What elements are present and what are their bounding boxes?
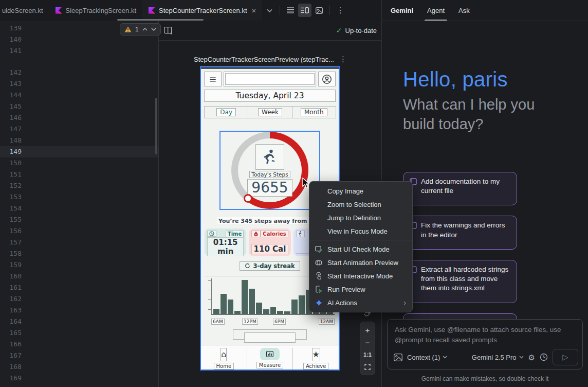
inspection-widget[interactable]: 1: [120, 23, 161, 36]
send-button[interactable]: ▷: [553, 349, 578, 365]
chart-bar: [277, 311, 283, 314]
prompt-toolbar: Context (1) Gemini 2.5 Pro ⚙ ▷: [394, 349, 578, 365]
zoom-out-button[interactable]: −: [360, 336, 375, 348]
code-text: text = string: [30, 293, 158, 305]
account-icon: [318, 72, 336, 86]
settings-gear-icon[interactable]: ⚙: [528, 354, 535, 361]
code-line: 154 StepCountCircular: [0, 203, 158, 214]
suggestion-extract-strings[interactable]: Extract all hardcoded strings from this …: [403, 260, 517, 303]
nav-label: Measure: [256, 362, 284, 368]
next-issue-chevron-down-icon[interactable]: [151, 28, 156, 31]
code-line: 168 fontWeigh: [0, 361, 158, 373]
hamburger-icon: ≡: [209, 74, 216, 84]
nav-home: ⌂ Home: [201, 348, 247, 370]
suggestion-fix-warnings[interactable]: Fix the warnings and errors in the edito…: [403, 216, 517, 249]
context-selector[interactable]: Context (1): [407, 354, 447, 361]
streak-badge: 3-day streak: [240, 261, 300, 271]
code-line: 141 */: [0, 45, 158, 57]
code-text: formatArg: [30, 316, 158, 327]
code-view-icon[interactable]: [284, 4, 297, 17]
card-label: Calories: [261, 231, 288, 237]
code-line: 146 ) {: [0, 112, 158, 124]
preview-sync-status: ✓ Up-to-date: [336, 26, 377, 34]
preview-options-kebab-icon[interactable]: ⋮: [339, 55, 347, 64]
streak-label: 3-day streak: [253, 262, 295, 270]
chart-bar: [220, 294, 227, 314]
step-progress-ring: Today's Steps 9655: [231, 132, 308, 209]
attach-image-icon[interactable]: [394, 354, 402, 361]
line-number: 139: [0, 23, 30, 34]
zoom-to-fit-icon[interactable]: [360, 361, 375, 373]
tab-guidescreen[interactable]: uideScreen.kt: [0, 0, 49, 21]
line-number: 145: [0, 101, 30, 112]
gemini-prompt-box[interactable]: Ask Gemini, use @filename to attach sour…: [387, 319, 583, 370]
split-view-icon[interactable]: [298, 4, 311, 17]
code-text: modifier: Modifier = Modi: [30, 101, 158, 112]
streak-refresh-icon: [245, 263, 250, 269]
tab-list-chevron-down-icon[interactable]: [263, 4, 276, 17]
nav-label: Achieve: [303, 363, 329, 370]
line-number: 166: [0, 339, 30, 350]
previous-issue-chevron-up-icon[interactable]: [142, 28, 148, 31]
code-line: 167 color = M: [0, 350, 158, 361]
menu-item-run-preview[interactable]: Run Preview: [309, 283, 412, 296]
ai-sparkle-icon: [315, 299, 323, 307]
history-clock-icon[interactable]: [540, 353, 548, 361]
code-line: 145 modifier: Modifier = Modi: [0, 101, 158, 112]
more-options-kebab-icon[interactable]: ⋮: [334, 4, 347, 17]
card-value: 110 Cal: [251, 244, 288, 254]
editor-layout-icon[interactable]: [164, 27, 173, 34]
tab-sleeptrackingscreen[interactable]: SleepTrackingScreen.kt: [49, 0, 143, 21]
design-view-icon[interactable]: [313, 4, 326, 17]
zoom-actual-size-button[interactable]: 1:1: [360, 348, 375, 361]
menu-item-ai-actions[interactable]: AI Actions ›: [309, 296, 412, 309]
line-number: 168: [0, 361, 30, 373]
tab-stepcountertrackerscreen[interactable]: StepCounterTrackerScreen.kt ×: [142, 0, 262, 21]
menu-item-copy-image[interactable]: Copy Image: [309, 184, 412, 198]
menu-item-start-animation-preview[interactable]: Start Animation Preview: [309, 256, 412, 269]
tab-agent[interactable]: Agent: [427, 0, 445, 21]
toolbar-divider: [329, 6, 330, 15]
tab-label: StepCounterTrackerScreen.kt: [159, 7, 247, 14]
clock-icon: [207, 231, 216, 237]
code-line: 160 Text(: [0, 271, 158, 282]
model-selector[interactable]: Gemini 2.5 Pro: [472, 354, 524, 361]
close-tab-icon[interactable]: ×: [252, 7, 256, 14]
sync-status-label: Up-to-date: [345, 27, 377, 34]
steps-value: 9655: [247, 179, 292, 197]
code-line: 163 id = R.st: [0, 305, 158, 316]
code-text: ) {: [30, 180, 158, 191]
line-number: 157: [0, 237, 30, 248]
chart-bar: [242, 280, 248, 314]
code-text: ) {: [30, 112, 158, 124]
editor-scrollbar[interactable]: [155, 98, 157, 154]
code-text: Text(: [30, 271, 158, 282]
code-text: ): [30, 373, 158, 384]
gemini-disclaimer: Gemini can make mistakes, so double-chec…: [382, 375, 588, 382]
suggestion-add-documentation[interactable]: Add documentation to my current file: [403, 172, 517, 205]
preview-zoom-controls: + − 1:1: [360, 322, 375, 375]
menu-button: ≡: [204, 72, 222, 86]
code-text: private fun StepProgressSecti: [30, 78, 158, 90]
x-tick: 6AM: [211, 319, 225, 325]
menu-item-start-interactive-mode[interactable]: Start Interactive Mode: [309, 269, 412, 283]
line-number: 170: [0, 384, 30, 387]
measure-chart-icon: [260, 348, 280, 360]
menu-item-zoom-to-selection[interactable]: Zoom to Selection: [309, 198, 412, 211]
tab-ask[interactable]: Ask: [458, 0, 470, 21]
menu-item-start-ui-check-mode[interactable]: Start UI Check Mode: [309, 242, 412, 256]
kotlin-file-icon: [149, 7, 155, 14]
code-editor[interactable]: 139 * @param stepTracker 140 * @param mo…: [0, 21, 158, 387]
animation-preview-icon: [315, 259, 323, 266]
bottom-navigation: ⌂ Home Measure ★ Achieve: [201, 345, 339, 370]
zoom-in-button[interactable]: +: [360, 324, 375, 336]
line-number: 159: [0, 259, 30, 271]
code-line: 159 stepTracker.stepsAway: [0, 259, 158, 271]
code-line: 149 Column(: [0, 146, 158, 157]
menu-item-view-in-focus-mode[interactable]: View in Focus Mode: [309, 224, 412, 238]
code-text: * @param modifier Modifier t: [30, 34, 158, 45]
menu-item-jump-to-definition[interactable]: Jump to Definition: [309, 211, 412, 224]
gemini-panel-title: Gemini: [391, 7, 413, 14]
line-number: 165: [0, 327, 30, 339]
x-tick: 12PM: [242, 319, 258, 325]
